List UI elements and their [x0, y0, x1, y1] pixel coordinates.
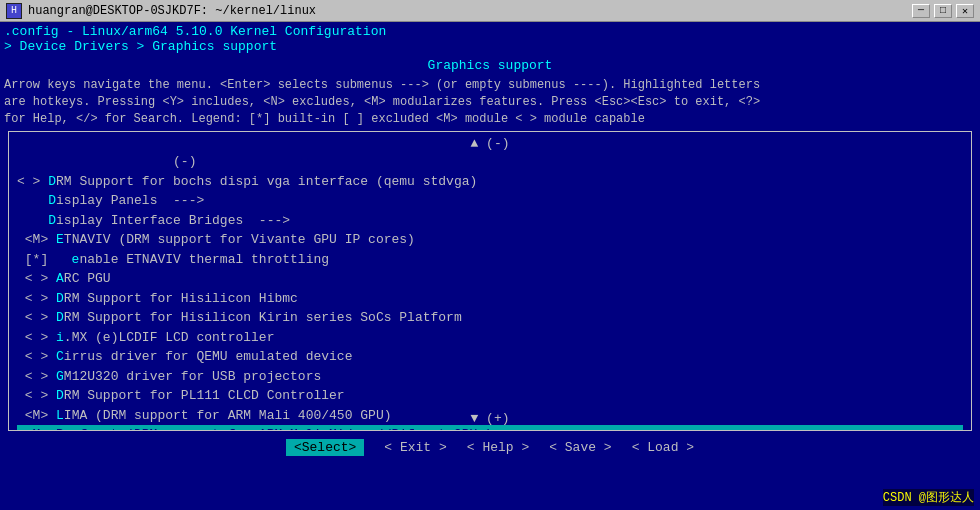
maximize-button[interactable]: □ [934, 4, 952, 18]
watermark: CSDN @图形达人 [883, 489, 974, 506]
list-item[interactable]: Display Panels ---> [17, 191, 963, 211]
help-button[interactable]: < Help > [467, 440, 529, 455]
window-title: huangran@DESKTOP-0SJKD7F: ~/kernel/linux [28, 4, 316, 18]
page-title: Graphics support [0, 58, 980, 73]
help-line-3: for Help, </> for Search. Legend: [*] bu… [4, 111, 976, 128]
list-item[interactable]: < > Cirrus driver for QEMU emulated devi… [17, 347, 963, 367]
list-item[interactable]: < > i.MX (e)LCDIF LCD controller [17, 328, 963, 348]
list-item[interactable]: < > GM12U320 driver for USB projectors [17, 367, 963, 387]
list-item[interactable]: < > ARC PGU [17, 269, 963, 289]
list-item[interactable]: < > DRM Support for PL111 CLCD Controlle… [17, 386, 963, 406]
top-bar: .config - Linux/arm64 5.10.0 Kernel Conf… [0, 22, 980, 56]
scroll-down-indicator: ▼ (+) [470, 411, 509, 426]
titlebar: H huangran@DESKTOP-0SJKD7F: ~/kernel/lin… [0, 0, 980, 22]
terminal-window: .config - Linux/arm64 5.10.0 Kernel Conf… [0, 22, 980, 510]
save-button[interactable]: < Save > [549, 440, 611, 455]
button-bar: <Select> < Exit > < Help > < Save > < Lo… [0, 433, 980, 462]
select-button[interactable]: <Select> [286, 439, 364, 456]
exit-button[interactable]: < Exit > [384, 440, 446, 455]
list-item[interactable]: < > DRM Support for Hisilicon Kirin seri… [17, 308, 963, 328]
help-line-1: Arrow keys navigate the menu. <Enter> se… [4, 77, 976, 94]
load-button[interactable]: < Load > [632, 440, 694, 455]
menu-list: (-) < > DRM Support for bochs dispi vga … [17, 152, 963, 431]
help-text: Arrow keys navigate the menu. <Enter> se… [0, 75, 980, 131]
help-line-2: are hotkeys. Pressing <Y> includes, <N> … [4, 94, 976, 111]
breadcrumb-line: > Device Drivers > Graphics support [4, 39, 976, 54]
terminal-icon: H [6, 3, 22, 19]
list-item[interactable]: [*] enable ETNAVIV thermal throttling [17, 250, 963, 270]
list-item[interactable]: <M> ETNAVIV (DRM support for Vivante GPU… [17, 230, 963, 250]
window-controls[interactable]: ─ □ ✕ [912, 4, 974, 18]
titlebar-left: H huangran@DESKTOP-0SJKD7F: ~/kernel/lin… [6, 3, 316, 19]
list-item[interactable]: Display Interface Bridges ---> [17, 211, 963, 231]
list-item[interactable]: < > DRM Support for bochs dispi vga inte… [17, 172, 963, 192]
config-line: .config - Linux/arm64 5.10.0 Kernel Conf… [4, 24, 976, 39]
minimize-button[interactable]: ─ [912, 4, 930, 18]
scroll-up-indicator: ▲ (-) [470, 136, 509, 151]
close-button[interactable]: ✕ [956, 4, 974, 18]
menu-content-box: ▲ (-) (-) < > DRM Support for bochs disp… [8, 131, 972, 431]
list-item[interactable]: < > DRM Support for Hisilicon Hibmc [17, 289, 963, 309]
menu-separator: (-) [17, 152, 963, 172]
